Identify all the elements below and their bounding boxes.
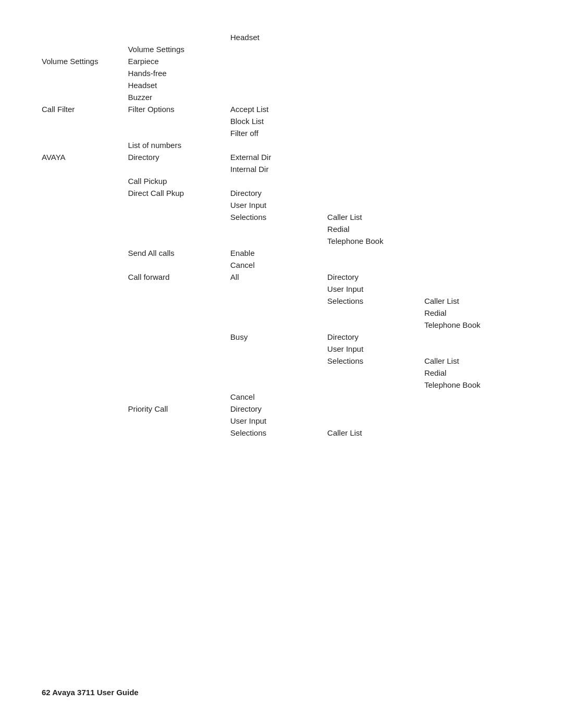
cell-col3-4 bbox=[230, 79, 327, 91]
cell-col4-7 bbox=[327, 115, 424, 127]
cell-col4-18 bbox=[327, 247, 424, 259]
cell-col1-5 bbox=[42, 91, 128, 103]
cell-col1-7 bbox=[42, 115, 128, 127]
cell-col3-26 bbox=[230, 343, 327, 355]
cell-col2-14 bbox=[128, 199, 230, 211]
table-row: User Input bbox=[42, 343, 521, 355]
table-row: Call Pickup bbox=[42, 175, 521, 187]
cell-col5-7 bbox=[424, 115, 521, 127]
cell-col1-30 bbox=[42, 391, 128, 403]
table-row: User Input bbox=[42, 283, 521, 295]
cell-col5-6 bbox=[424, 103, 521, 115]
page-footer: 62 Avaya 3711 User Guide bbox=[42, 688, 139, 697]
cell-col4-3 bbox=[327, 67, 424, 79]
table-row: Send All callsEnable bbox=[42, 247, 521, 259]
cell-col1-3 bbox=[42, 67, 128, 79]
table-row: Cancel bbox=[42, 391, 521, 403]
cell-col5-8 bbox=[424, 127, 521, 139]
cell-col2-11 bbox=[128, 163, 230, 175]
cell-col5-19 bbox=[424, 259, 521, 271]
cell-col2-17 bbox=[128, 235, 230, 247]
cell-col3-18: Enable bbox=[230, 247, 327, 259]
cell-col4-15: Caller List bbox=[327, 211, 424, 223]
cell-col1-16 bbox=[42, 223, 128, 235]
cell-col4-12 bbox=[327, 175, 424, 187]
cell-col2-15 bbox=[128, 211, 230, 223]
cell-col3-13: Directory bbox=[230, 187, 327, 199]
cell-col5-14 bbox=[424, 199, 521, 211]
cell-col4-9 bbox=[327, 139, 424, 151]
cell-col3-25: Busy bbox=[230, 331, 327, 343]
cell-col2-21 bbox=[128, 283, 230, 295]
cell-col1-20 bbox=[42, 271, 128, 283]
cell-col2-10: Directory bbox=[128, 151, 230, 163]
table-row: Call FilterFilter OptionsAccept List bbox=[42, 103, 521, 115]
cell-col4-28 bbox=[327, 367, 424, 379]
cell-col5-30 bbox=[424, 391, 521, 403]
cell-col1-4 bbox=[42, 79, 128, 91]
cell-col5-11 bbox=[424, 163, 521, 175]
cell-col3-22 bbox=[230, 295, 327, 307]
cell-col3-9 bbox=[230, 139, 327, 151]
table-row: SelectionsCaller List bbox=[42, 427, 521, 439]
cell-col1-27 bbox=[42, 355, 128, 367]
cell-col3-28 bbox=[230, 367, 327, 379]
cell-col2-7 bbox=[128, 115, 230, 127]
cell-col3-16 bbox=[230, 223, 327, 235]
cell-col1-15 bbox=[42, 211, 128, 223]
cell-col5-24: Telephone Book bbox=[424, 319, 521, 331]
cell-col4-32 bbox=[327, 415, 424, 427]
table-row: SelectionsCaller List bbox=[42, 211, 521, 223]
cell-col1-6: Call Filter bbox=[42, 103, 128, 115]
cell-col5-2 bbox=[424, 55, 521, 67]
cell-col4-26: User Input bbox=[327, 343, 424, 355]
cell-col5-1 bbox=[424, 43, 521, 55]
cell-col3-19: Cancel bbox=[230, 259, 327, 271]
cell-col4-33: Caller List bbox=[327, 427, 424, 439]
cell-col3-20: All bbox=[230, 271, 327, 283]
cell-col2-25 bbox=[128, 331, 230, 343]
cell-col3-14: User Input bbox=[230, 199, 327, 211]
cell-col1-17 bbox=[42, 235, 128, 247]
table-row: BusyDirectory bbox=[42, 331, 521, 343]
table-row: Priority CallDirectory bbox=[42, 403, 521, 415]
cell-col2-16 bbox=[128, 223, 230, 235]
cell-col2-13: Direct Call Pkup bbox=[128, 187, 230, 199]
cell-col2-3: Hands-free bbox=[128, 67, 230, 79]
table-row: Headset bbox=[42, 31, 521, 43]
cell-col2-12: Call Pickup bbox=[128, 175, 230, 187]
cell-col4-17: Telephone Book bbox=[327, 235, 424, 247]
cell-col1-23 bbox=[42, 307, 128, 319]
cell-col5-32 bbox=[424, 415, 521, 427]
cell-col5-17 bbox=[424, 235, 521, 247]
cell-col2-26 bbox=[128, 343, 230, 355]
cell-col3-6: Accept List bbox=[230, 103, 327, 115]
cell-col2-9: List of numbers bbox=[128, 139, 230, 151]
cell-col2-1: Volume Settings bbox=[128, 43, 230, 55]
cell-col2-19 bbox=[128, 259, 230, 271]
cell-col5-10 bbox=[424, 151, 521, 163]
table-row: Volume Settings bbox=[42, 43, 521, 55]
cell-col3-7: Block List bbox=[230, 115, 327, 127]
cell-col1-9 bbox=[42, 139, 128, 151]
table-row: Block List bbox=[42, 115, 521, 127]
cell-col5-31 bbox=[424, 403, 521, 415]
cell-col5-3 bbox=[424, 67, 521, 79]
table-row: SelectionsCaller List bbox=[42, 355, 521, 367]
cell-col4-25: Directory bbox=[327, 331, 424, 343]
cell-col3-0: Headset bbox=[230, 31, 327, 43]
cell-col2-8 bbox=[128, 127, 230, 139]
cell-col3-29 bbox=[230, 379, 327, 391]
cell-col4-29 bbox=[327, 379, 424, 391]
cell-col1-29 bbox=[42, 379, 128, 391]
cell-col1-24 bbox=[42, 319, 128, 331]
cell-col5-5 bbox=[424, 91, 521, 103]
cell-col4-24 bbox=[327, 319, 424, 331]
cell-col3-15: Selections bbox=[230, 211, 327, 223]
cell-col3-32: User Input bbox=[230, 415, 327, 427]
cell-col2-28 bbox=[128, 367, 230, 379]
cell-col4-16: Redial bbox=[327, 223, 424, 235]
cell-col2-0 bbox=[128, 31, 230, 43]
cell-col1-0 bbox=[42, 31, 128, 43]
cell-col4-20: Directory bbox=[327, 271, 424, 283]
